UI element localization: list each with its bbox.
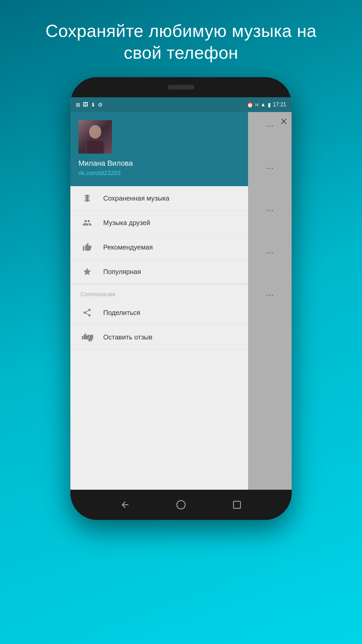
drawer-right-overlay[interactable]: ✕ ⋮ ⋮ ⋮ ⋮ ⋮ [248,112,292,490]
drawer-content: Милана Вилова vk.com/id23203 [70,112,292,490]
menu-item-review[interactable]: Оставить отзыв [70,325,248,350]
download-icon [80,194,94,203]
saved-music-label: Сохраненная музыка [103,195,169,202]
status-right: ⏰ H ▲ ▮ 17:21 [247,102,286,108]
star-icon [80,267,94,276]
menu-item-friends-music[interactable]: Музыка друзей [70,211,248,235]
kmp-icon: ⊞ [76,102,80,108]
signal-icon: ▲ [260,102,266,108]
network-h-icon: H [255,102,258,107]
menu-item-popular[interactable]: Популярная [70,260,248,284]
phone-screen: ⊞ 🖼 ⬇ ⚙ ⏰ H ▲ ▮ 17:21 [70,97,292,490]
svg-point-2 [89,125,101,139]
home-button[interactable] [174,498,188,512]
phone-nav-bar [70,490,292,520]
time-display: 17:21 [273,102,286,108]
menu-section: Сохраненная музыка Музыка друзей [70,186,248,490]
svg-point-4 [177,501,185,509]
close-button[interactable]: ✕ [280,116,288,127]
header-text: Сохраняйте любимую музыка на свой телефо… [0,0,362,77]
status-bar: ⊞ 🖼 ⬇ ⚙ ⏰ H ▲ ▮ 17:21 [70,97,292,112]
alarm-icon: ⏰ [247,102,253,108]
avatar-image [78,120,112,154]
profile-section: Милана Вилова vk.com/id23203 [70,112,248,186]
image-icon: 🖼 [83,102,88,108]
recommended-label: Рекомендуемая [103,244,153,251]
share-icon [80,308,94,317]
back-button[interactable] [118,498,132,512]
profile-link[interactable]: vk.com/id23203 [78,170,240,177]
menu-item-saved-music[interactable]: Сохраненная музыка [70,186,248,211]
overflow-menu-5[interactable]: ⋮ [265,291,275,300]
dl-icon: ⬇ [91,102,95,108]
overflow-menu-4[interactable]: ⋮ [265,249,275,258]
phone-top-bar [70,77,292,97]
svg-rect-5 [233,501,240,508]
menu-item-share[interactable]: Поделиться [70,301,248,325]
friends-icon [80,218,94,227]
status-left-icons: ⊞ 🖼 ⬇ ⚙ [76,102,103,108]
friends-music-label: Музыка друзей [103,219,150,227]
recents-button[interactable] [230,498,244,512]
popular-label: Популярная [103,268,141,276]
thumbsup-icon [80,243,94,252]
speaker [168,85,194,90]
share-label: Поделиться [103,309,140,317]
battery-icon: ▮ [268,102,271,108]
avatar [78,120,112,154]
android-icon: ⚙ [98,102,103,108]
profile-name: Милана Вилова [78,159,240,168]
overflow-menu-1[interactable]: ⋮ [265,122,275,131]
communicate-section-header: Communicate [70,284,248,301]
drawer-main: Милана Вилова vk.com/id23203 [70,112,248,490]
review-label: Оставить отзыв [103,333,153,341]
overflow-menu-3[interactable]: ⋮ [265,207,275,215]
review-icon [80,332,94,342]
overflow-menu-2[interactable]: ⋮ [265,164,275,173]
menu-item-recommended[interactable]: Рекомендуемая [70,235,248,260]
